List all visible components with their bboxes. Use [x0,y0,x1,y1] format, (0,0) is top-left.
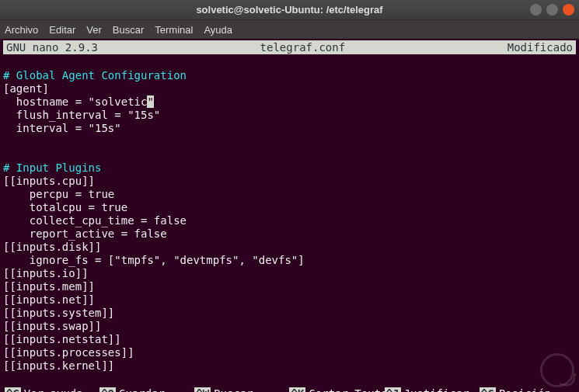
editor-line: ignore_fs = ["tmpfs", "devtmpfs", "devfs… [3,254,576,267]
shortcut-label: Posición [499,387,551,392]
editor-line: interval = "15s" [3,122,576,135]
nano-shortcut: ^CPosición [480,387,574,392]
editor-line: # Global Agent Configuration [3,69,576,82]
nano-shortcut: ^KCortar Texto [289,387,384,392]
editor-line: [[inputs.mem]] [3,280,576,293]
nano-version: GNU nano 2.9.3 [6,40,98,54]
menubar: Archivo Editar Ver Buscar Terminal Ayuda [0,20,579,39]
editor-line: totalcpu = true [3,201,576,214]
close-button[interactable] [563,4,574,16]
minimize-button[interactable] [530,4,542,16]
editor-line [3,373,576,386]
nano-header: GNU nano 2.9.3 telegraf.conf Modificado [3,40,576,54]
editor-line [3,135,576,148]
shortcut-key: ^G [5,387,21,392]
watermark-icon [540,353,574,387]
menu-buscar[interactable]: Buscar [113,24,144,36]
menu-terminal[interactable]: Terminal [155,24,193,36]
editor-line: [[inputs.system]] [3,307,576,320]
nano-status: Modificado [507,40,573,54]
menu-archivo[interactable]: Archivo [5,24,38,36]
editor-line: [[inputs.kernel]] [3,359,576,373]
editor-line [3,148,576,161]
editor-line: [[inputs.cpu]] [3,175,576,188]
editor-line: [[inputs.processes]] [3,346,576,359]
shortcut-key: ^J [385,387,401,392]
terminal-area[interactable]: GNU nano 2.9.3 telegraf.conf Modificado … [0,39,579,392]
editor-line: [[inputs.net]] [3,293,576,307]
shortcut-key: ^W [194,387,211,392]
menu-editar[interactable]: Editar [49,24,75,36]
editor-line: percpu = true [3,188,576,201]
editor-line: collect_cpu_time = false [3,214,576,227]
shortcut-label: Guardar [119,387,165,392]
shortcut-key: ^K [289,387,305,392]
nano-shortcuts-row1: ^GVer ayuda^OGuardar^WBuscar^KCortar Tex… [3,387,576,392]
editor-line: [[inputs.swap]] [3,320,576,333]
window-titlebar: solvetic@solvetic-Ubuntu: /etc/telegraf [0,0,579,20]
editor-line: report_active = false [3,227,576,241]
nano-shortcut: ^WBuscar [194,387,289,392]
nano-shortcut: ^JJustificar [385,387,480,392]
nano-shortcut: ^GVer ayuda [5,387,99,392]
shortcut-key: ^C [480,387,496,392]
text-cursor: " [147,95,153,108]
editor-line: flush_interval = "15s" [3,109,576,122]
nano-filename: telegraf.conf [98,40,507,54]
menu-ayuda[interactable]: Ayuda [204,24,232,36]
editor-line: # Input Plugins [3,161,576,175]
shortcut-label: Cortar Texto [309,387,384,392]
shortcut-label: Justificar [404,387,469,392]
shortcut-key: ^O [99,387,116,392]
editor-line: [agent] [3,82,576,95]
editor-line: [[inputs.netstat]] [3,333,576,346]
window-title: solvetic@solvetic-Ubuntu: /etc/telegraf [196,4,382,16]
editor-line [3,56,576,69]
menu-ver[interactable]: Ver [86,24,102,36]
nano-shortcut: ^OGuardar [99,387,194,392]
editor-content[interactable]: # Global Agent Configuration[agent] host… [3,54,576,387]
editor-line: [[inputs.io]] [3,267,576,280]
shortcut-label: Buscar [214,387,253,392]
window-controls [530,4,574,16]
maximize-button[interactable] [546,4,558,16]
editor-line: hostname = "solvetic" [3,95,576,109]
shortcut-label: Ver ayuda [24,387,83,392]
editor-line: [[inputs.disk]] [3,241,576,254]
